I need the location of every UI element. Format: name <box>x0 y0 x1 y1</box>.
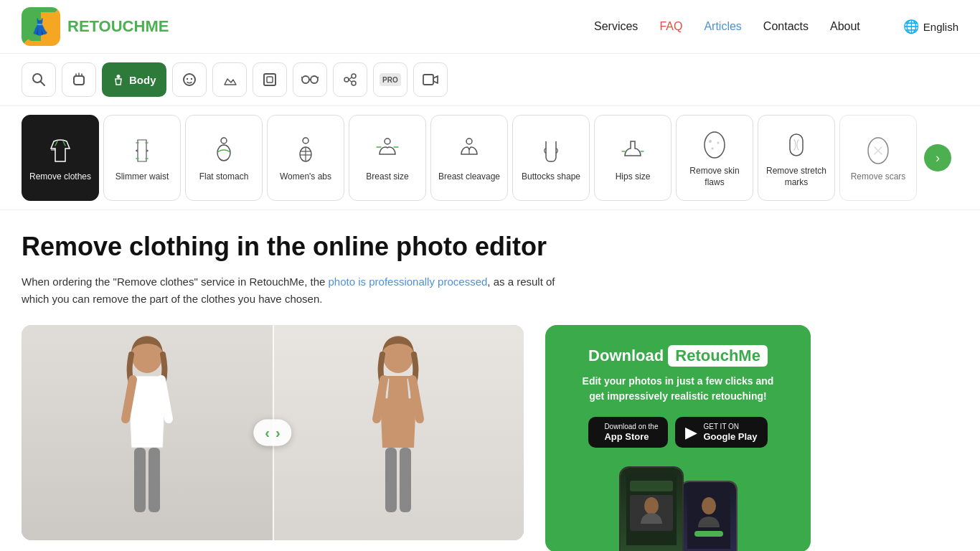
language-selector[interactable]: 🌐 English <box>903 19 958 34</box>
nav-faq[interactable]: FAQ <box>659 20 682 33</box>
app-store-label: Download on the <box>604 423 658 431</box>
service-breast-size-label: Breast size <box>366 171 408 183</box>
download-brand-badge: RetouchMe <box>668 345 768 367</box>
google-play-button[interactable]: ▶ GET IT ON Google Play <box>675 417 767 448</box>
service-breast-cleavage[interactable]: Breast cleavage <box>430 115 508 201</box>
svg-point-10 <box>184 74 195 85</box>
phone-mock-2-screen <box>682 482 736 551</box>
service-flat-stomach[interactable]: Flat stomach <box>185 115 263 201</box>
svg-rect-56 <box>694 531 723 537</box>
content-area: ‹ › Download RetouchMe Edit your photos … <box>22 325 958 551</box>
service-buttocks-shape-label: Buttocks shape <box>522 171 580 183</box>
cat-video[interactable] <box>413 62 448 97</box>
service-remove-clothes[interactable]: Remove clothes <box>22 115 99 201</box>
play-icon: ▶ <box>685 423 697 442</box>
service-remove-stretch-marks-label: Remove stretch marks <box>764 166 829 188</box>
svg-rect-49 <box>400 448 411 512</box>
cat-body-label: Body <box>129 74 156 86</box>
app-store-name: App Store <box>604 431 658 442</box>
app-store-button[interactable]: Download on the App Store <box>588 417 668 448</box>
service-hips-size[interactable]: Hips size <box>594 115 672 201</box>
svg-point-21 <box>352 74 356 78</box>
svg-point-12 <box>190 78 192 80</box>
svg-rect-27 <box>423 75 433 85</box>
svg-point-37 <box>466 138 472 144</box>
service-remove-stretch-marks[interactable]: Remove stretch marks <box>758 115 835 201</box>
service-buttocks-shape[interactable]: Buttocks shape <box>512 115 590 201</box>
services-row: Remove clothes Slimmer waist Flat stomac… <box>0 106 980 210</box>
cat-background[interactable] <box>253 62 287 97</box>
nav-articles[interactable]: Articles <box>704 20 741 33</box>
svg-point-55 <box>702 497 716 514</box>
svg-point-35 <box>303 138 308 143</box>
compare-button[interactable]: ‹ › <box>253 420 291 446</box>
download-card: Download RetouchMe Edit your photos in j… <box>545 325 811 551</box>
cat-hand[interactable] <box>62 62 96 97</box>
service-breast-cleavage-label: Breast cleavage <box>438 171 500 183</box>
svg-point-29 <box>217 145 230 161</box>
svg-point-16 <box>311 76 318 83</box>
store-buttons: Download on the App Store ▶ GET IT ON Go… <box>562 417 793 448</box>
svg-text:👗: 👗 <box>30 17 50 37</box>
svg-point-40 <box>717 142 720 144</box>
svg-point-41 <box>712 148 714 150</box>
svg-rect-6 <box>74 76 84 85</box>
desc-link[interactable]: photo is professionally processed <box>329 276 488 288</box>
photo-comparison: ‹ › <box>22 325 524 540</box>
service-breast-size[interactable]: Breast size <box>349 115 426 201</box>
svg-line-23 <box>349 77 352 80</box>
svg-line-18 <box>301 77 302 78</box>
svg-rect-51 <box>630 481 673 491</box>
google-play-label: GET IT ON <box>703 423 757 431</box>
service-slimmer-waist-label: Slimmer waist <box>116 171 169 183</box>
header: 👗 RETOUCHME Services FAQ Articles Contac… <box>0 0 980 54</box>
service-womens-abs-label: Women's abs <box>280 171 331 183</box>
google-play-name: Google Play <box>703 431 757 442</box>
svg-rect-48 <box>385 448 397 512</box>
logo-text: RETOUCHME <box>67 17 169 36</box>
download-title: Download RetouchMe <box>562 345 793 367</box>
svg-rect-42 <box>790 134 803 156</box>
svg-rect-45 <box>134 448 146 512</box>
category-row: Body PRO <box>0 54 980 106</box>
download-subtitle: Edit your photos in just a few clicks an… <box>562 374 793 404</box>
page-description: When ordering the "Remove clothes" servi… <box>22 273 560 308</box>
page-title: Remove clothing in the online photo edit… <box>22 232 958 262</box>
cat-glasses[interactable] <box>293 62 327 97</box>
svg-point-11 <box>186 78 187 80</box>
service-womens-abs[interactable]: Women's abs <box>267 115 344 201</box>
cat-search[interactable] <box>22 62 56 97</box>
phone-mock-2 <box>680 481 738 551</box>
svg-point-15 <box>302 76 309 83</box>
svg-point-38 <box>705 132 725 158</box>
services-next-button[interactable]: › <box>924 144 951 171</box>
service-slimmer-waist[interactable]: Slimmer waist <box>103 115 181 201</box>
cat-face[interactable] <box>172 62 207 97</box>
service-remove-skin-flaws[interactable]: Remove skin flaws <box>676 115 753 201</box>
svg-line-5 <box>41 82 45 86</box>
service-flat-stomach-label: Flat stomach <box>199 171 249 183</box>
nav-contacts[interactable]: Contacts <box>763 20 809 33</box>
svg-point-30 <box>221 138 227 143</box>
svg-rect-46 <box>149 448 160 512</box>
service-remove-clothes-label: Remove clothes <box>29 171 91 183</box>
main-nav: Services FAQ Articles Contacts About <box>594 20 860 33</box>
cat-effects[interactable] <box>333 62 367 97</box>
svg-point-22 <box>352 81 356 85</box>
globe-icon: 🌐 <box>903 19 919 34</box>
cat-body[interactable]: Body <box>102 62 166 97</box>
svg-rect-13 <box>264 74 275 85</box>
nav-services[interactable]: Services <box>594 20 638 33</box>
svg-text:PRO: PRO <box>382 76 398 84</box>
service-remove-scars[interactable]: Remove scars <box>839 115 917 201</box>
cat-retouch[interactable] <box>212 62 247 97</box>
logo[interactable]: 👗 RETOUCHME <box>22 7 169 46</box>
phone-preview <box>562 459 793 551</box>
nav-about[interactable]: About <box>830 20 860 33</box>
service-hips-size-label: Hips size <box>616 171 651 183</box>
cat-pro[interactable]: PRO <box>373 62 407 97</box>
svg-point-20 <box>344 77 349 82</box>
svg-point-36 <box>385 138 390 144</box>
svg-line-24 <box>349 80 352 82</box>
svg-rect-14 <box>267 77 273 83</box>
